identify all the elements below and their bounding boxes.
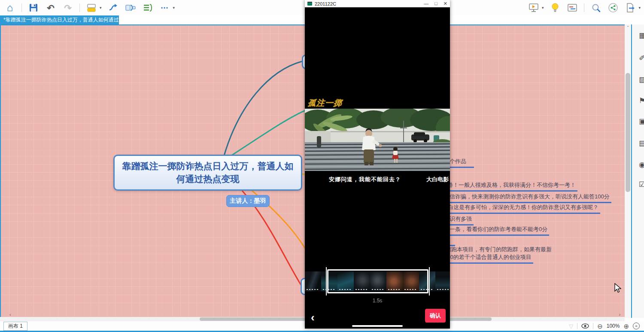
back-chevron-icon[interactable]: ‹ — [311, 311, 315, 324]
close-button[interactable]: ✕ — [444, 1, 447, 6]
phone-screen: 孤注一掷 — [305, 7, 450, 329]
video-frame[interactable] — [305, 109, 450, 171]
video-subtitle: 安娜问道，我能不能回去？ — [305, 176, 425, 183]
mindmap-app-window: ⌂ ↶ ↷ ▾ ⋯ ▾ — [0, 0, 644, 332]
export-dropdown-caret[interactable]: ▾ — [638, 6, 641, 10]
redo-button[interactable]: ↷ — [62, 2, 73, 13]
floating-topic[interactable]: 明白这是有多可怕，深深的无力感！你的防诈意识又有多强呢？ — [441, 204, 600, 214]
relationship-button[interactable] — [108, 2, 119, 13]
clip-duration-label: 1.5s — [305, 298, 450, 304]
phone-capture-window: 2201122C — □ ✕ 孤注一掷 — [305, 0, 450, 329]
comment-panel-icon[interactable]: ◉ — [639, 160, 644, 170]
insert-topic-button[interactable] — [86, 2, 97, 13]
presentation-icon — [528, 3, 539, 13]
home-button[interactable]: ⌂ — [4, 2, 15, 13]
presentation-button[interactable] — [528, 2, 539, 13]
note-card-icon — [567, 3, 577, 12]
relationship-icon — [108, 3, 119, 12]
fit-zoom-icon[interactable]: ≡ — [633, 323, 640, 329]
statusbar-divider — [577, 323, 577, 329]
movie-title-logo: 孤注一掷 — [307, 97, 343, 109]
vertical-scroll-thumb[interactable] — [626, 73, 630, 192]
structure-panel-icon[interactable]: ▦ — [639, 31, 644, 40]
share-button[interactable] — [608, 2, 619, 13]
marker-flag-icon[interactable]: ⚑ — [639, 96, 644, 106]
summary-icon — [125, 3, 136, 12]
save-button[interactable] — [28, 2, 39, 13]
presenter-badge-node[interactable]: 主讲人：墨羽 — [226, 195, 270, 207]
zoom-level: 100% — [607, 323, 620, 329]
undo-icon: ↶ — [47, 3, 55, 12]
presenter-badge-text: 主讲人：墨羽 — [230, 197, 266, 205]
outline-button[interactable] — [142, 2, 153, 13]
presentation-dropdown-caret[interactable]: ▾ — [542, 6, 544, 10]
zoom-in-icon[interactable]: ⊕ — [623, 323, 629, 329]
scroll-right-icon[interactable]: › — [619, 312, 620, 317]
confirm-button[interactable]: 确认 — [425, 309, 446, 323]
export-icon — [625, 3, 635, 13]
document-tab[interactable]: *靠蹭孤注一掷防诈热点日入过万，普通人如何通过热点变现 × — [0, 15, 119, 24]
topic-dropdown-caret[interactable]: ▾ — [100, 6, 102, 10]
filmstrip-frame[interactable] — [305, 271, 321, 291]
sheet-tab-label: 画布 1 — [8, 323, 23, 330]
channel-watermark: 大白电影 — [426, 176, 449, 183]
zoom-out-icon[interactable]: ⊖ — [597, 323, 603, 329]
idea-button[interactable] — [550, 2, 561, 13]
redo-icon: ↷ — [64, 3, 72, 12]
floating-topic[interactable]: 980的若干个适合普通人的创业项目 — [443, 253, 533, 264]
note-card-button[interactable] — [567, 2, 578, 13]
summary-button[interactable] — [125, 2, 136, 13]
toolbar-divider — [79, 3, 80, 12]
phone-window-title: 2201122C — [315, 1, 336, 6]
toolbar-divider — [584, 3, 584, 12]
undo-button[interactable]: ↶ — [45, 2, 56, 13]
topic-icon — [86, 3, 97, 12]
clip-trim-selection[interactable] — [327, 269, 428, 293]
maximize-button[interactable]: □ — [434, 1, 437, 6]
more-tools-button[interactable]: ⋯ — [159, 2, 170, 13]
export-button[interactable] — [625, 2, 636, 13]
phone-app-icon — [307, 2, 312, 6]
home-icon: ⌂ — [7, 3, 13, 13]
mouse-cursor — [614, 283, 622, 293]
floating-topic[interactable]: 电信诈骗，快来测测你的防诈意识有多强大，听说没有人能答100分 — [443, 193, 611, 203]
style-brush-icon[interactable]: ✐ — [639, 54, 644, 63]
label-panel-icon[interactable]: ▣ — [639, 117, 644, 126]
minimize-button[interactable]: — — [424, 1, 428, 6]
filter-icon[interactable]: ▽ — [569, 323, 573, 329]
statusbar-divider — [593, 323, 593, 329]
home-indicator-bar — [352, 325, 403, 327]
filmstrip-frame[interactable] — [435, 271, 450, 291]
phone-bottom-bar: ‹ 确认 — [305, 308, 450, 329]
floating-topic[interactable]: 第一条，看看你们的防诈考卷能不能考0分 — [443, 225, 549, 236]
floating-topic[interactable]: 陪跑本项目，有专门的陪跑群，如果有最新 — [445, 246, 553, 253]
scroll-up-icon[interactable]: ⌃ — [625, 24, 631, 31]
pitch-eye-icon[interactable] — [581, 323, 589, 329]
task-panel-icon[interactable]: ☑ — [639, 180, 644, 189]
vertical-scrollbar[interactable]: ⌃ — [625, 24, 631, 318]
central-topic-node[interactable]: 靠蹭孤注一掷防诈热点日入过万，普通人如何通过热点变现 — [113, 155, 302, 191]
phone-window-titlebar[interactable]: 2201122C — □ ✕ — [305, 0, 450, 7]
share-icon — [608, 3, 618, 13]
save-icon — [29, 3, 38, 12]
search-button[interactable] — [590, 2, 601, 13]
outline-icon — [143, 3, 153, 12]
central-topic-text: 靠蹭孤注一掷防诈热点日入过万，普通人如何通过热点变现 — [121, 160, 295, 186]
floating-topic[interactable]: 统一卷！一般人很难及格，我获得满分！不信你考一考！ — [435, 181, 577, 192]
notes-panel-icon[interactable]: ▤ — [639, 139, 644, 148]
search-icon — [591, 3, 601, 13]
right-sidebar-rail: ▦ ✐ ▨ ⚑ ▣ ▤ ◉ ☑ — [631, 24, 644, 318]
lightbulb-icon — [550, 3, 560, 13]
more-dropdown-caret[interactable]: ▾ — [173, 6, 175, 10]
sheet-tab[interactable]: 画布 1 — [3, 322, 27, 331]
image-panel-icon[interactable]: ▨ — [639, 75, 644, 85]
toolbar-divider — [21, 3, 22, 12]
more-icon: ⋯ — [161, 3, 169, 12]
subtitle-row: 安娜问道，我能不能回去？ 大白电影 — [305, 176, 450, 185]
document-tab-title: *靠蹭孤注一掷防诈热点日入过万，普通人如何通过热点变现 — [3, 16, 119, 24]
scroll-left-icon[interactable]: ‹ — [9, 312, 11, 317]
